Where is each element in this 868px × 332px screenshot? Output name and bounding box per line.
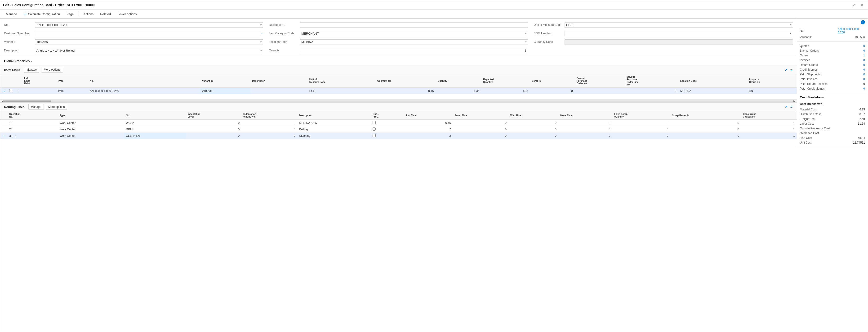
routing-settings-icon[interactable]: ≡: [790, 104, 793, 110]
routing-row-1-arrow: [0, 126, 7, 133]
routing-row-2-type: Work Center: [58, 133, 124, 139]
routing-row-1-type: Work Center: [58, 126, 124, 133]
bom-scroll-right[interactable]: ▶: [793, 100, 796, 102]
close-button[interactable]: ✕: [859, 2, 865, 7]
right-credit-memos-value[interactable]: 0: [863, 68, 865, 71]
outside-processor-cost-label: Outside Processor Cost: [800, 127, 830, 130]
right-blanket-value[interactable]: 0: [863, 49, 865, 52]
routing-manage-button[interactable]: Manage: [28, 104, 44, 110]
menu-page[interactable]: Page: [64, 11, 76, 17]
bom-row-0-qty: 1.35: [436, 88, 481, 94]
routing-col-indent-level: IndentationLevel: [186, 111, 242, 120]
menu-actions[interactable]: Actions: [81, 11, 97, 17]
right-quotes-label: Quotes: [800, 44, 838, 48]
menu-separator-1: [79, 11, 79, 16]
routing-row-0-indent-level: 0: [186, 120, 242, 126]
quantity-input[interactable]: [300, 48, 528, 53]
field-quantity-value: [300, 48, 528, 53]
field-location-code: Location Code MEDINA: [269, 38, 528, 45]
minimize-button[interactable]: ↗: [851, 2, 857, 7]
unit-cost-value: 21.74511: [853, 141, 865, 144]
right-invoices-label: Invoices: [800, 58, 838, 62]
routing-row-2[interactable]: → 30 ⋮ Work Center CLEANING 0 0 Cleaning: [0, 133, 797, 139]
right-pstd-invoices-value[interactable]: 0: [863, 78, 865, 81]
routing-row-2-scrap-factor: 0: [670, 133, 741, 139]
field-bom-item-value: [564, 31, 793, 36]
routing-row-2-out-pro-check[interactable]: [373, 134, 376, 137]
routing-row-0-move-time: 0: [558, 120, 612, 126]
routing-row-1-desc: Drilling: [297, 126, 371, 133]
field-empty-placeholder: [534, 47, 793, 54]
right-orders-value[interactable]: 1: [863, 54, 865, 57]
routing-row-1[interactable]: 20 Work Center DRILL 0 0 Drilling 7 0 0: [0, 126, 797, 133]
location-code-select[interactable]: MEDINA: [300, 39, 528, 45]
right-invoices-value[interactable]: 0: [863, 58, 865, 62]
field-description-label: Description: [4, 49, 35, 52]
bom-item-select[interactable]: [564, 31, 793, 36]
no-select[interactable]: ANH1.000-1.000-0.250: [35, 22, 263, 28]
routing-col-scrap-factor: Scrap Factor %: [670, 111, 741, 120]
bom-more-options-button[interactable]: More options: [41, 67, 63, 73]
description-select[interactable]: Angle 1 x 1 x 1/4 Hot Rolled: [35, 48, 263, 53]
customer-spec-browse-button[interactable]: ···: [261, 31, 263, 36]
right-no-section: No. ANH1.000-1.000-0.250 Variant ID 108 …: [797, 25, 868, 42]
menu-related[interactable]: Related: [97, 11, 114, 17]
field-currency-code: Currency Code: [534, 38, 793, 45]
bom-settings-icon[interactable]: ≡: [790, 67, 793, 73]
right-pstd-credit-memos-value[interactable]: 0: [863, 87, 865, 90]
field-currency-code-label: Currency Code: [534, 40, 564, 44]
routing-row-0[interactable]: 10 Work Center WC02 0 0 MEDINA SAW 0.45 …: [0, 120, 797, 126]
right-variant-value: 108 A36: [855, 35, 865, 39]
routing-expand-icon[interactable]: ↗: [784, 104, 788, 110]
bom-row-0-check[interactable]: [9, 89, 12, 92]
right-pstd-shipments-value[interactable]: 0: [863, 73, 865, 76]
routing-more-options-button[interactable]: More options: [46, 104, 67, 110]
routing-row-1-no: DRILL: [124, 126, 186, 133]
routing-row-0-setup-time: 0: [453, 120, 508, 126]
menu-manage-label: Manage: [6, 12, 17, 16]
field-currency-code-value: [564, 39, 793, 45]
info-badge: i: [861, 20, 865, 24]
variant-id-select[interactable]: 108 A36: [35, 39, 263, 45]
bom-row-0-checkbox: [7, 88, 14, 94]
unit-measure-select[interactable]: PCS: [564, 22, 793, 28]
right-quotes-row: Quotes 0: [800, 44, 865, 48]
bom-col-unit-measure: Unit ofMeasure Code: [308, 74, 375, 88]
menu-manage[interactable]: Manage: [3, 11, 20, 17]
routing-row-2-menu-btn[interactable]: ⋮: [13, 134, 18, 138]
right-no-value[interactable]: ANH1.000-1.000-0.250: [838, 27, 865, 34]
bom-expand-icon[interactable]: ↗: [784, 67, 788, 73]
currency-code-input[interactable]: [564, 39, 793, 45]
bom-scroll-left[interactable]: ◀: [1, 100, 4, 102]
global-properties-header[interactable]: Global Properties ›: [0, 57, 797, 65]
right-return-orders-value[interactable]: 0: [863, 63, 865, 66]
right-quotes-value[interactable]: 0: [863, 44, 865, 48]
bom-col-ind: Ind...LinesExist: [22, 74, 56, 88]
item-category-select[interactable]: MERCHANT: [300, 31, 528, 36]
routing-row-1-op-no: 20: [7, 126, 58, 133]
bom-row-0[interactable]: → ⋮ Item ANH1.000-1.000-0.250 240 A36 PC…: [0, 88, 797, 94]
bom-row-0-qty-per: 0.45: [375, 88, 436, 94]
line-cost-label: Line Cost: [800, 136, 812, 140]
bom-col-description: Description: [250, 74, 308, 88]
customer-spec-input[interactable]: [35, 31, 261, 36]
bom-manage-button[interactable]: Manage: [24, 67, 39, 73]
routing-row-2-out-pro: [371, 133, 404, 139]
field-customer-spec-value: ···: [35, 31, 263, 36]
bom-row-0-menu-btn[interactable]: ⋮: [16, 89, 20, 93]
menu-calculate[interactable]: ⊞ Calculate Configuration: [21, 11, 63, 17]
routing-row-1-out-pro-check[interactable]: [373, 128, 376, 131]
routing-row-0-run-time: 0.45: [404, 120, 453, 126]
bom-col-quantity: Quantity: [436, 74, 481, 88]
routing-row-0-wait-time: 0: [508, 120, 558, 126]
field-description2: Description 2: [269, 22, 528, 28]
bom-col-qty-per: Quantity per: [375, 74, 436, 88]
info-badge-row: i: [797, 19, 868, 25]
description2-input[interactable]: [300, 22, 528, 28]
routing-row-0-out-pro-check[interactable]: [373, 121, 376, 124]
field-variant-id-label: Variant ID: [4, 40, 35, 44]
field-item-category-label: Item Category Code: [269, 32, 300, 35]
menu-fewer-options[interactable]: Fewer options: [115, 11, 140, 17]
bom-scrollbar-track[interactable]: [4, 101, 793, 102]
menu-actions-label: Actions: [84, 12, 94, 16]
